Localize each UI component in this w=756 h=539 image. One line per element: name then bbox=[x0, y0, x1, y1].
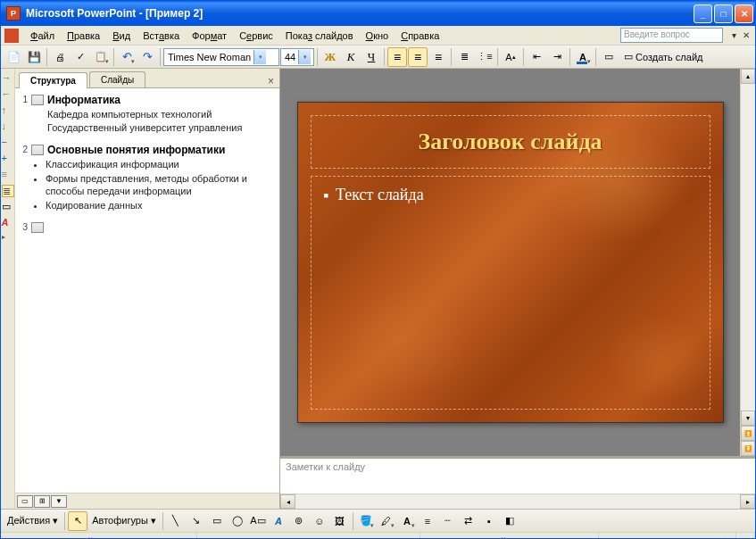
slide-title-text[interactable]: Заголовок слайда bbox=[418, 129, 602, 155]
fill-color-button[interactable]: 🪣 bbox=[356, 511, 376, 531]
show-formatting-button[interactable]: A bbox=[2, 217, 14, 229]
chevron-down-icon[interactable]: ▾ bbox=[298, 50, 311, 64]
summary-slide-button[interactable]: ▭ bbox=[2, 201, 14, 213]
slide-title[interactable]: Информатика bbox=[47, 94, 120, 106]
scroll-up-button[interactable]: ▴ bbox=[741, 69, 755, 84]
new-button[interactable] bbox=[4, 47, 23, 67]
normal-view-button[interactable]: ▭ bbox=[17, 495, 33, 508]
collapse-button[interactable]: − bbox=[2, 137, 14, 149]
slide-canvas[interactable]: Заголовок слайда Текст слайда bbox=[280, 69, 740, 456]
toolbar-options-icon[interactable]: ▸ bbox=[2, 233, 14, 245]
slide-thumb-icon[interactable] bbox=[31, 222, 44, 233]
expand-button[interactable]: + bbox=[2, 153, 14, 165]
collapse-all-button[interactable]: ≡ bbox=[2, 169, 14, 181]
align-right-button[interactable] bbox=[428, 47, 448, 67]
body-placeholder[interactable]: Текст слайда bbox=[311, 176, 710, 410]
slide-thumb-icon[interactable] bbox=[31, 145, 44, 155]
outline-slide[interactable]: 3 bbox=[19, 221, 276, 233]
autoshapes-menu[interactable]: Автофигуры ▾ bbox=[88, 515, 160, 527]
outline-slide[interactable]: 2 Основные понятия информатики Классифик… bbox=[19, 144, 276, 212]
menu-window[interactable]: Окно bbox=[360, 29, 395, 43]
bullet-list-button[interactable]: ⋮≡ bbox=[475, 47, 494, 67]
print-button[interactable] bbox=[50, 47, 70, 67]
shadow-button[interactable]: ▪ bbox=[479, 511, 499, 531]
arrow-tool[interactable]: ↘ bbox=[187, 511, 206, 531]
align-center-button[interactable] bbox=[408, 47, 428, 67]
expand-all-button[interactable]: ≣ bbox=[2, 185, 14, 197]
sorter-view-button[interactable]: ⊞ bbox=[34, 495, 50, 508]
dash-style-button[interactable]: ┈ bbox=[438, 511, 458, 531]
menu-edit[interactable]: Правка bbox=[61, 29, 106, 43]
vertical-scrollbar[interactable]: ▴ ▾ ⏫ ⏬ bbox=[740, 69, 755, 456]
design-button[interactable]: ▭ bbox=[599, 47, 619, 67]
list-item[interactable]: Кодирование данных bbox=[46, 199, 276, 212]
paste-button[interactable]: 📋 bbox=[91, 47, 111, 67]
outline-slide[interactable]: 1 Информатика Кафедра компьютерных техно… bbox=[19, 94, 276, 135]
wordart-tool[interactable]: A bbox=[269, 511, 288, 531]
demote-button[interactable]: ← bbox=[2, 88, 14, 101]
line-tool[interactable]: ╲ bbox=[166, 511, 186, 531]
scroll-track[interactable] bbox=[295, 494, 740, 509]
numbered-list-button[interactable]: ≣ bbox=[454, 47, 474, 67]
align-left-button[interactable] bbox=[387, 47, 407, 67]
promote-button[interactable]: → bbox=[2, 72, 14, 85]
line-style-button[interactable]: ≡ bbox=[418, 511, 437, 531]
slide[interactable]: Заголовок слайда Текст слайда bbox=[297, 102, 724, 423]
picture-tool[interactable]: 🖼 bbox=[330, 511, 350, 531]
font-color-button[interactable]: A bbox=[397, 511, 417, 531]
actions-menu[interactable]: Действия ▾ bbox=[4, 515, 62, 527]
tab-outline[interactable]: Структура bbox=[19, 72, 87, 88]
font-name-combo[interactable]: Times New Roman ▾ bbox=[163, 48, 279, 66]
increase-indent-button[interactable]: ⇥ bbox=[547, 47, 567, 67]
chevron-down-icon[interactable]: ▾ bbox=[253, 50, 266, 64]
scroll-track[interactable] bbox=[741, 84, 755, 410]
minimize-button[interactable]: _ bbox=[694, 4, 712, 23]
next-slide-button[interactable]: ⏬ bbox=[741, 441, 755, 456]
line-color-button[interactable]: 🖊 bbox=[377, 511, 396, 531]
redo-button[interactable] bbox=[137, 47, 157, 67]
menu-insert[interactable]: Вставка bbox=[137, 29, 186, 43]
list-item[interactable]: Формы представления, методы обработки и … bbox=[46, 172, 276, 199]
list-item[interactable]: Классификация информации bbox=[46, 158, 276, 171]
bold-button[interactable]: Ж bbox=[320, 47, 340, 67]
menu-slideshow[interactable]: Показ слайдов bbox=[279, 29, 360, 43]
status-spellcheck-icon[interactable]: 📖 bbox=[705, 533, 736, 539]
menu-tools[interactable]: Сервис bbox=[233, 29, 279, 43]
new-slide-button[interactable]: ▭ Создать слайд bbox=[619, 48, 707, 66]
slide-thumb-icon[interactable] bbox=[31, 95, 44, 105]
panel-close-button[interactable]: × bbox=[268, 75, 274, 87]
font-color-button[interactable]: A bbox=[573, 47, 593, 67]
slide-title[interactable]: Основные понятия информатики bbox=[47, 144, 225, 156]
title-placeholder[interactable]: Заголовок слайда bbox=[311, 115, 710, 169]
diagram-tool[interactable]: ⊚ bbox=[289, 511, 309, 531]
scroll-down-button[interactable]: ▾ bbox=[741, 410, 755, 426]
3d-button[interactable]: ◧ bbox=[500, 511, 519, 531]
mdi-dropdown-icon[interactable]: ▾ bbox=[728, 30, 739, 41]
font-size-combo[interactable]: 44 ▾ bbox=[280, 48, 314, 66]
menu-view[interactable]: Вид bbox=[106, 29, 137, 43]
move-down-button[interactable]: ↓ bbox=[2, 120, 14, 133]
increase-font-button[interactable]: A▴ bbox=[501, 47, 520, 67]
outline-content[interactable]: 1 Информатика Кафедра компьютерных техно… bbox=[15, 88, 279, 493]
tab-slides[interactable]: Слайды bbox=[89, 71, 145, 87]
menu-help[interactable]: Справка bbox=[395, 29, 445, 43]
slide-body-text[interactable]: Текст слайда bbox=[324, 186, 697, 204]
move-up-button[interactable]: ↑ bbox=[2, 104, 14, 117]
slide-bullets[interactable]: Классификация информации Формы представл… bbox=[46, 158, 276, 212]
slide-body[interactable]: Кафедра компьютерных технологийГосударст… bbox=[47, 108, 276, 135]
oval-tool[interactable]: ◯ bbox=[228, 511, 247, 531]
italic-button[interactable]: К bbox=[341, 47, 361, 67]
maximize-button[interactable]: □ bbox=[714, 4, 733, 23]
help-search-input[interactable]: Введите вопрос bbox=[620, 28, 723, 43]
clipart-tool[interactable]: ☺ bbox=[310, 511, 329, 531]
save-button[interactable] bbox=[24, 47, 44, 67]
menu-file[interactable]: Файл bbox=[24, 29, 61, 43]
scroll-right-button[interactable]: ▸ bbox=[740, 494, 755, 509]
scroll-left-button[interactable]: ◂ bbox=[280, 494, 295, 509]
notes-pane[interactable]: Заметки к слайду bbox=[280, 456, 755, 493]
decrease-indent-button[interactable]: ⇤ bbox=[527, 47, 546, 67]
horizontal-scrollbar[interactable]: ◂ ▸ bbox=[280, 493, 755, 509]
close-button[interactable]: ✕ bbox=[735, 4, 753, 23]
select-tool[interactable]: ↖ bbox=[68, 511, 87, 531]
spellcheck-button[interactable]: ✓ bbox=[71, 47, 90, 67]
